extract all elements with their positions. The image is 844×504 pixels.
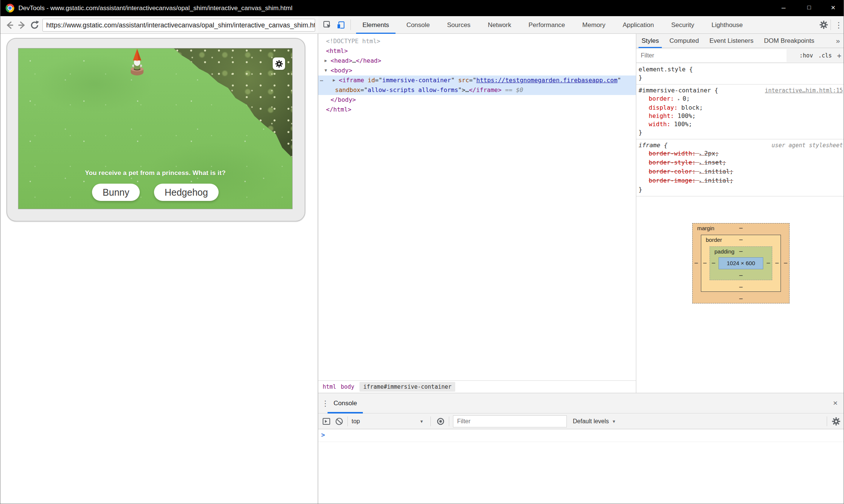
- expand-icon[interactable]: ▶: [333, 75, 335, 85]
- padding-right-value: –: [767, 260, 770, 266]
- dom-node[interactable]: </body>: [318, 95, 636, 105]
- browser-toolbar: https://www.gstatic.com/assistant/intera…: [0, 16, 318, 34]
- toolbar-divider: [347, 416, 348, 426]
- window-close-button[interactable]: ×: [825, 0, 841, 16]
- css-declaration-border-image[interactable]: border-image: ▸ initial;: [639, 177, 842, 186]
- dom-node-wrap[interactable]: sandbox="allow-scripts allow-forms">…</i…: [318, 85, 636, 95]
- console-prompt-row[interactable]: >: [318, 429, 844, 442]
- javascript-context-dropdown[interactable]: top ▼: [352, 418, 427, 425]
- padding-left-value: –: [712, 260, 715, 266]
- forward-icon[interactable]: [16, 20, 27, 31]
- log-levels-dropdown[interactable]: Default levels ▼: [573, 418, 616, 425]
- clear-console-icon[interactable]: [335, 417, 344, 426]
- tab-application[interactable]: Application: [614, 16, 663, 34]
- iframe-src-link[interactable]: https://testgnomegarden.firebaseapp.com: [476, 77, 618, 84]
- gear-icon: [275, 60, 283, 68]
- device-toolbar-icon[interactable]: [336, 20, 345, 29]
- tab-console[interactable]: Console: [398, 16, 438, 34]
- styles-filterbar: :hov .cls +: [636, 48, 844, 63]
- margin-left-value: –: [695, 260, 698, 266]
- css-declaration-width[interactable]: width: 100%;: [639, 120, 842, 128]
- devtools-menu-icon[interactable]: ⋮: [833, 16, 844, 34]
- rule-source-link[interactable]: interactive…him.html:15: [765, 86, 843, 95]
- chevron-down-icon: ▼: [612, 419, 616, 424]
- styles-filter-input[interactable]: [636, 49, 787, 62]
- css-declaration-border-width[interactable]: border-width: ▸ 2px;: [639, 149, 842, 158]
- tab-elements[interactable]: Elements: [354, 16, 398, 34]
- gnome-character: [129, 49, 145, 76]
- game-question: You receive a pet from a princess. What …: [18, 169, 292, 177]
- toolbar-divider: [449, 416, 449, 426]
- tab-console-drawer[interactable]: Console: [334, 393, 357, 413]
- css-declaration-height[interactable]: height: 100%;: [639, 112, 842, 120]
- console-sidebar-toggle-icon[interactable]: [322, 417, 331, 426]
- sidebar-tab-computed[interactable]: Computed: [664, 34, 704, 48]
- live-expression-eye-icon[interactable]: [436, 417, 445, 426]
- code-token: allow-scripts allow-forms: [368, 86, 458, 94]
- code-token: <body>: [331, 67, 352, 74]
- tab-sources[interactable]: Sources: [438, 16, 479, 34]
- sidebar-tab-styles[interactable]: Styles: [636, 34, 664, 48]
- devtools-tabs: ElementsConsoleSourcesNetworkPerformance…: [354, 16, 752, 34]
- url-bar[interactable]: https://www.gstatic.com/assistant/intera…: [42, 19, 315, 32]
- window-maximize-button[interactable]: □: [801, 0, 817, 16]
- css-declaration-border-color[interactable]: border-color: ▸ initial;: [639, 167, 842, 177]
- dom-node[interactable]: ▶<head>…</head>: [318, 56, 636, 66]
- devtools-panel: ElementsConsoleSourcesNetworkPerformance…: [318, 16, 844, 504]
- tab-lighthouse[interactable]: Lighthouse: [703, 16, 751, 34]
- context-label: top: [352, 418, 360, 425]
- box-model-border: border – – – – padding – – – – 1024 × 60…: [701, 235, 781, 292]
- drawer-menu-icon[interactable]: ⋮: [320, 393, 330, 413]
- tab-memory[interactable]: Memory: [574, 16, 614, 34]
- breadcrumb-body[interactable]: body: [341, 383, 354, 390]
- code-token: immersive-container: [382, 77, 451, 84]
- devtools-settings-gear-icon[interactable]: [819, 20, 828, 29]
- code-token: </body>: [331, 96, 356, 103]
- toggle-hover-state[interactable]: :hov: [799, 52, 813, 59]
- window-title: DevTools - www.gstatic.com/assistant/int…: [18, 0, 292, 16]
- styles-sidebar: StylesComputedEvent ListenersDOM Breakpo…: [636, 34, 844, 393]
- console-filter-input[interactable]: [453, 415, 567, 427]
- new-style-rule-button[interactable]: +: [837, 51, 841, 60]
- dom-node[interactable]: ⋯▶<iframe id="immersive-container" src="…: [318, 75, 636, 85]
- sidebar-tab-event-listeners[interactable]: Event Listeners: [704, 34, 759, 48]
- console-settings-gear-icon[interactable]: [832, 417, 841, 426]
- sidebar-more-tabs-icon[interactable]: »: [836, 37, 844, 45]
- rule-source-link[interactable]: user agent stylesheet: [772, 141, 843, 149]
- margin-right-value: –: [784, 260, 787, 266]
- expand-icon[interactable]: ▶: [325, 56, 327, 66]
- css-declaration-border-style[interactable]: border-style: ▸ inset;: [639, 158, 842, 167]
- console-toolbar: top ▼ Default levels ▼: [318, 413, 844, 429]
- toggle-element-classes[interactable]: .cls: [818, 52, 832, 59]
- game-settings-button[interactable]: [273, 57, 285, 70]
- dom-node[interactable]: <!DOCTYPE html>: [318, 36, 636, 46]
- tab-performance[interactable]: Performance: [520, 16, 574, 34]
- breadcrumb-iframe[interactable]: iframe#immersive-container: [359, 382, 455, 392]
- levels-label: Default levels: [573, 418, 609, 425]
- css-declaration-border[interactable]: border: ▸ 0;: [639, 95, 842, 104]
- code-token: <html>: [326, 47, 348, 54]
- close-drawer-icon[interactable]: ×: [829, 393, 841, 413]
- tab-security[interactable]: Security: [663, 16, 703, 34]
- css-declaration-display[interactable]: display: block;: [639, 104, 842, 112]
- dom-node[interactable]: ▼<body>: [318, 66, 636, 75]
- back-icon[interactable]: [4, 20, 15, 31]
- window-minimize-button[interactable]: –: [775, 0, 792, 16]
- rule-closing-brace: }: [639, 128, 842, 137]
- breadcrumb-html[interactable]: html: [323, 383, 336, 390]
- console-tabbar: ⋮ Console ×: [318, 393, 844, 413]
- collapse-icon[interactable]: ▼: [325, 66, 327, 75]
- tab-network[interactable]: Network: [479, 16, 520, 34]
- inspect-element-icon[interactable]: [323, 20, 332, 29]
- choice-button-bunny[interactable]: Bunny: [92, 184, 140, 201]
- rule-selector: element.style {: [639, 66, 693, 73]
- dom-node[interactable]: </html>: [318, 105, 636, 115]
- sidebar-tab-dom-breakpoints[interactable]: DOM Breakpoints: [759, 34, 820, 48]
- dom-node[interactable]: <html>: [318, 46, 636, 56]
- toolbar-divider: [827, 416, 827, 426]
- node-options-icon[interactable]: ⋯: [320, 75, 323, 85]
- choice-button-hedgehog[interactable]: Hedgehog: [154, 184, 218, 201]
- reload-icon[interactable]: [29, 20, 40, 31]
- padding-label: padding: [714, 248, 734, 255]
- border-top-value: –: [739, 236, 743, 243]
